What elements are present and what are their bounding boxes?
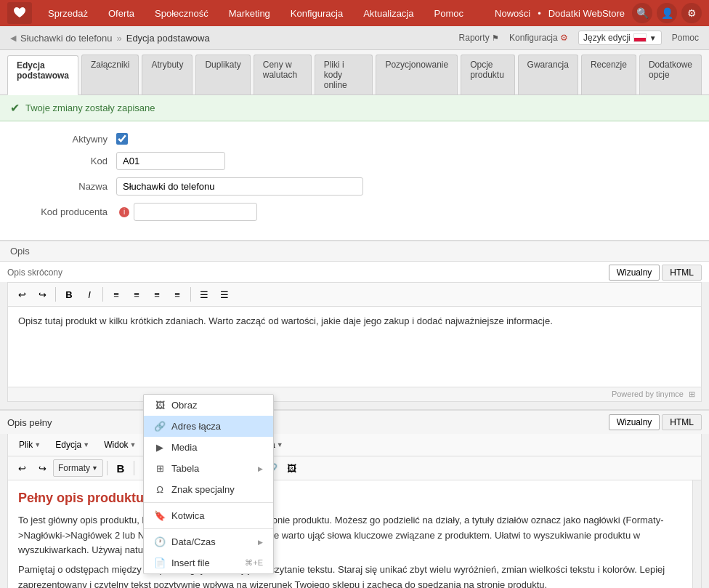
user-icon-btn[interactable]: 👤 [657,3,677,23]
raporty-link[interactable]: Raporty ⚑ [459,33,499,43]
obraz-icon: 🖼 [154,400,166,411]
opis-skrocony-content[interactable]: Opisz tutaj produkt w kilku krótkich zda… [8,307,701,387]
opis-section-header: Opis [0,241,709,262]
opis-toolbar: ↩ ↪ B I ≡ ≡ ≡ ≡ ☰ ☰ [8,283,701,307]
full-desc-content-area: Pełny opis produktu To jest główny opis … [8,480,701,588]
success-checkmark-icon: ✔ [10,101,20,115]
tab-opcje-produktu[interactable]: Opcje produktu [461,55,514,94]
aktywny-checkbox[interactable] [116,133,128,145]
kod-producenta-label: Kod producenta [15,206,116,217]
opis-pelny-label: Opis pełny [7,417,52,428]
dropdown-data-czas[interactable]: 🕐 Data/Czas [144,531,273,552]
kotwica-icon: 🔖 [154,510,166,521]
full-undo-button[interactable]: ↩ [12,459,31,477]
tab-pozycjonowanie[interactable]: Pozycjonowanie [376,55,458,94]
list-ol-button[interactable]: ☰ [215,286,234,303]
search-icon-btn[interactable]: 🔍 [632,3,652,23]
full-bold-button[interactable]: B [111,459,130,477]
menu-edycja-caret: ▼ [83,441,89,448]
tab-dodatkowe-opcje[interactable]: Dodatkowe opcje [639,55,702,94]
settings-icon-btn[interactable]: ⚙ [681,3,702,23]
pomoc-link[interactable]: Pomoc [672,33,699,43]
dropdown-kotwica[interactable]: 🔖 Kotwica [144,505,273,526]
dropdown-adres-lacza[interactable]: 🔗 Adres łącza [144,416,273,437]
tab-recenzje[interactable]: Recenzje [581,55,636,94]
menu-plik-caret: ▼ [34,441,41,448]
nav-pomoc[interactable]: Pomoc [424,2,474,25]
success-notification: ✔ Twoje zmiany zostały zapisane [0,95,709,121]
dropdown-obraz[interactable]: 🖼 Obraz [144,395,273,416]
nav-marketing[interactable]: Marketing [219,2,280,25]
tab-atrybuty[interactable]: Atrybuty [142,55,193,94]
dropdown-media[interactable]: ▶ Media [144,437,273,458]
tab-zalaczniki[interactable]: Załączniki [81,55,139,94]
full-html-btn[interactable]: HTML [662,414,702,430]
dropdown-separator-2 [144,528,273,529]
logo-button[interactable] [7,2,32,24]
full-desc-h2: Pełny opis produktu [18,488,682,509]
tab-pliki-kody[interactable]: Pliki i kody online [315,55,373,94]
bold-button[interactable]: B [60,286,78,303]
kod-producenta-input[interactable] [134,203,257,221]
dropdown-tabela[interactable]: ⊞ Tabela [144,458,273,479]
tabela-icon: ⊞ [154,463,166,474]
formaty-dropdown[interactable]: Formaty ▼ [53,459,103,477]
nav-spolecznosc[interactable]: Społeczność [145,2,219,25]
breadcrumb-current: Edycja podstawowa [126,33,210,44]
full-wizualny-btn[interactable]: Wizualny [609,414,660,430]
dropdown-znak-specjalny[interactable]: Ω Znak specjalny [144,479,273,500]
opis-view-toggle: Wizualny HTML [609,265,702,281]
full-desc-content[interactable]: Pełny opis produktu To jest główny opis … [8,480,692,588]
nav-aktualizacja[interactable]: Aktualizacja [353,2,424,25]
opis-wizualny-btn[interactable]: Wizualny [609,265,660,281]
menu-plik[interactable]: Plik ▼ [12,437,47,453]
flag-pl-icon [633,33,647,42]
align-justify-button[interactable]: ≡ [168,286,187,303]
form-area: Aktywny Kod Nazwa Kod producenta i [0,121,709,241]
nav-sprzedaz[interactable]: Sprzedaż [38,2,98,25]
nav-konfiguracja[interactable]: Konfiguracja [280,2,353,25]
menu-edycja[interactable]: Edycja ▼ [49,437,96,453]
tab-ceny-walutach[interactable]: Ceny w walutach [254,55,312,94]
align-left-button[interactable]: ≡ [107,286,126,303]
opis-html-btn[interactable]: HTML [662,265,702,281]
align-right-button[interactable]: ≡ [147,286,166,303]
redo-button[interactable]: ↪ [33,286,52,303]
tabela-label: Tabela [171,463,199,474]
nazwa-input[interactable] [116,177,363,196]
undo-button[interactable]: ↩ [12,286,31,303]
nav-oferta[interactable]: Oferta [98,2,145,25]
data-czas-icon: 🕐 [154,536,166,547]
align-center-button[interactable]: ≡ [127,286,146,303]
scrollbar-track[interactable] [692,480,701,588]
menu-widok[interactable]: Widok ▼ [97,437,142,453]
breadcrumb-bar: ◀ Słuchawki do telefonu » Edycja podstaw… [0,26,709,50]
full-redo-button[interactable]: ↪ [33,459,52,477]
info-icon[interactable]: i [119,207,129,217]
aktywny-label: Aktywny [15,134,116,145]
full-desc-p2: Pamiętaj o odstępach między akapitami, g… [18,563,682,588]
tab-gwarancja[interactable]: Gwarancja [518,55,578,94]
dropdown-insert-file[interactable]: 📄 Insert file ⌘+E [144,552,273,573]
language-selector[interactable]: Język edycji ▼ [578,31,662,45]
breadcrumb: ◀ Słuchawki do telefonu » Edycja podstaw… [10,33,210,44]
menu-edycja-label: Edycja [55,440,81,450]
kod-input[interactable] [116,152,225,170]
tab-edycja-podstawowa[interactable]: Edycja podstawowa [7,55,78,95]
tab-duplikaty[interactable]: Duplikaty [195,55,250,94]
formaty-caret-icon: ▼ [92,464,98,472]
resize-handle[interactable]: ⊞ [689,390,695,398]
nazwa-label: Nazwa [15,181,116,192]
italic-button[interactable]: I [80,286,99,303]
dodatki-link[interactable]: Dodatki WebStore [548,8,625,19]
full-image-btn[interactable]: 🖼 [283,459,301,477]
list-ul-button[interactable]: ☰ [195,286,214,303]
breadcrumb-parent[interactable]: Słuchawki do telefonu [20,33,112,44]
menu-plik-label: Plik [19,440,33,450]
opis-skrocony-footer: Powered by tinymce ⊞ [8,387,701,401]
konfiguracja-link[interactable]: Konfiguracja ⚙ [509,33,568,43]
menu-widok-caret: ▼ [130,441,137,448]
insert-file-label: Insert file [171,557,210,568]
full-desc-view-toggle: Wizualny HTML [609,414,702,430]
nowosci-link[interactable]: Nowości [495,8,530,19]
